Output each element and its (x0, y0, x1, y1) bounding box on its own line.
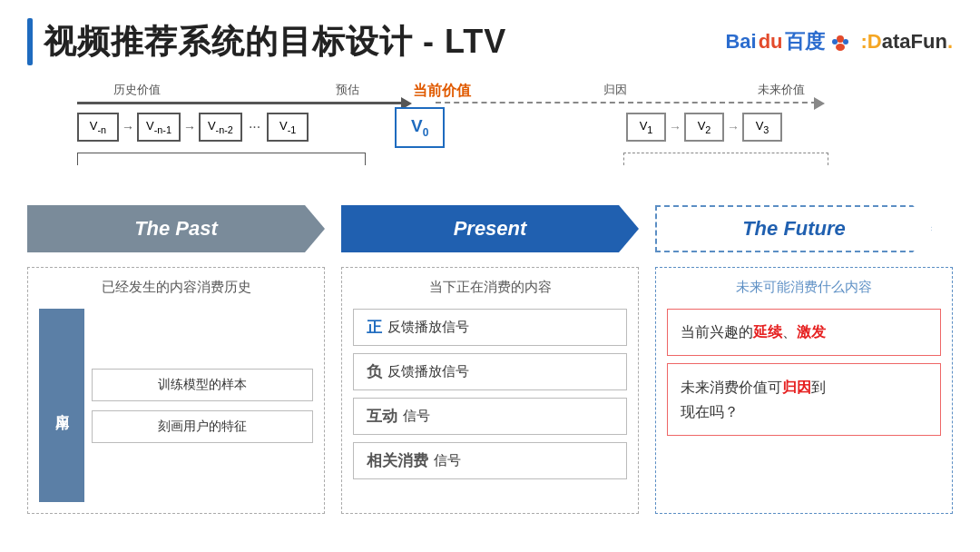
present-content-box: 当下正在消费的内容 正 反馈播放信号 负 反馈播放信号 互动 信号 相关消费 信… (341, 267, 639, 514)
baidu-logo: Bai du 百度 (725, 28, 851, 55)
past-banner-shape: The Past (27, 205, 325, 252)
signal-pos-text: 反馈播放信号 (387, 319, 469, 336)
past-content-box: 已经发生的内容消费历史 应用 训练模型的样本 刻画用户的特征 (27, 267, 325, 514)
vbox-vn1: V-n-1 (137, 113, 181, 142)
header: 视频推荐系统的目标设计 - LTV Bai du 百度 :DataFun. (27, 18, 953, 65)
datafun-logo: :DataFun. (861, 30, 953, 54)
present-title: Present (454, 217, 527, 241)
vbox-v1: V-1 (267, 113, 309, 142)
title-accent (27, 18, 33, 65)
future-text-1b: 、 (782, 324, 797, 340)
dashed-line (436, 102, 817, 104)
attrib-label: 归因 (603, 82, 627, 98)
page: 视频推荐系统的目标设计 - LTV Bai du 百度 :DataFun. (0, 0, 980, 552)
present-column: Present 当下正在消费的内容 正 反馈播放信号 负 反馈播放信号 互动 信… (341, 205, 639, 514)
future-text-1a: 当前兴趣的 (681, 324, 753, 340)
future-highlight-1b: 激发 (797, 324, 826, 340)
signal-neg-label: 负 (367, 361, 382, 382)
present-banner-shape: Present (341, 205, 639, 252)
future-desc: 未来可能消费什么内容 (667, 279, 941, 296)
past-item-1: 训练模型的样本 (92, 369, 313, 401)
signal-inter-label: 互动 (367, 406, 397, 427)
signal-inter-text: 信号 (403, 408, 430, 425)
future-content-box: 未来可能消费什么内容 当前兴趣的延续、激发 未来消费价值可归因到现在吗？ (655, 267, 953, 514)
columns: The Past 已经发生的内容消费历史 应用 训练模型的样本 刻画用户的特征 (27, 205, 953, 514)
present-banner: Present (341, 205, 639, 252)
svg-point-1 (832, 39, 838, 44)
vbox-v2: V2 (684, 113, 724, 142)
future-column: The Future 未来可能消费什么内容 当前兴趣的延续、激发 未来消费价值可… (655, 205, 953, 514)
page-title: 视频推荐系统的目标设计 - LTV (44, 20, 506, 64)
past-value-boxes: V-n → V-n-1 → V-n-2 ··· V-1 (77, 113, 309, 142)
hist-label: 历史价值 (113, 82, 161, 98)
signal-related: 相关消费 信号 (353, 442, 627, 479)
timeline-labels: 历史价值 预估 当前价值 归因 未来价值 (77, 82, 926, 102)
timeline-area: 历史价值 预估 当前价值 归因 未来价值 V-n → V-n-1 → V-n-2… (27, 82, 953, 191)
svg-point-2 (843, 39, 848, 44)
current-label: 当前价值 (413, 82, 471, 101)
past-desc: 已经发生的内容消费历史 (39, 279, 313, 296)
future-title: The Future (742, 217, 846, 241)
past-label: 应用 (39, 309, 84, 502)
svg-point-0 (837, 35, 844, 43)
future-item-1: 当前兴趣的延续、激发 (667, 309, 941, 356)
signal-related-label: 相关消费 (367, 450, 428, 471)
vbox-vn2: V-n-2 (199, 113, 242, 142)
vbox-v1f: V1 (626, 113, 666, 142)
future-banner-shape: The Future (655, 205, 933, 252)
dashed-arrow (814, 97, 825, 110)
future-text-2a: 未来消费价值可 (681, 380, 782, 395)
bracket-future (623, 153, 828, 165)
signal-negative: 负 反馈播放信号 (353, 353, 627, 390)
solid-line (77, 102, 404, 104)
present-desc: 当下正在消费的内容 (353, 279, 627, 296)
future-value-boxes: V1 → V2 → V3 (626, 113, 782, 142)
signal-interact: 互动 信号 (353, 398, 627, 435)
logos: Bai du 百度 :DataFun. (725, 28, 953, 55)
est-label: 预估 (336, 82, 359, 98)
past-inner: 应用 训练模型的样本 刻画用户的特征 (39, 309, 313, 502)
svg-point-3 (836, 44, 845, 51)
past-banner: The Past (27, 205, 325, 252)
vbox-v0: V0 (395, 107, 445, 148)
vbox-vn: V-n (77, 113, 119, 142)
future-highlight-2: 归因 (782, 380, 811, 395)
signal-pos-label: 正 (367, 317, 382, 338)
past-item-2: 刻画用户的特征 (92, 410, 313, 443)
past-title: The Past (134, 217, 218, 241)
signal-neg-text: 反馈播放信号 (387, 363, 469, 380)
future-item-2: 未来消费价值可归因到现在吗？ (667, 363, 941, 436)
future-banner: The Future (655, 205, 953, 252)
past-column: The Past 已经发生的内容消费历史 应用 训练模型的样本 刻画用户的特征 (27, 205, 325, 514)
past-items: 训练模型的样本 刻画用户的特征 (92, 309, 313, 502)
signal-positive: 正 反馈播放信号 (353, 309, 627, 346)
title-bar: 视频推荐系统的目标设计 - LTV (27, 18, 506, 65)
bracket-hist (77, 153, 366, 165)
future-highlight-1a: 延续 (753, 324, 782, 340)
signal-related-text: 信号 (434, 452, 461, 469)
vbox-v3: V3 (742, 113, 782, 142)
future-label: 未来价值 (758, 82, 805, 98)
baidu-paw-icon (828, 30, 852, 54)
